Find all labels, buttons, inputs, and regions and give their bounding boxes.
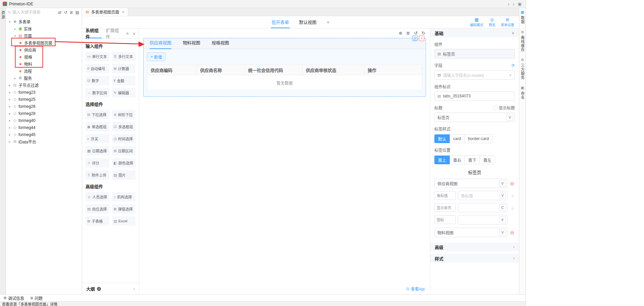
section-basic[interactable]: 基础 ∨ <box>430 29 519 37</box>
right-rail-item[interactable]: ▣命名 <box>520 86 525 99</box>
expand-arrow-icon[interactable]: ▸ <box>8 133 11 136</box>
tree-item[interactable]: ▸◇formeg23 <box>6 89 82 96</box>
form-settings-button[interactable]: ⊞表单设置 <box>501 17 514 27</box>
expand-arrow-icon[interactable]: ▸ <box>13 27 17 31</box>
tree-item[interactable]: ▾⊕多表单 <box>6 18 82 25</box>
component-id-input[interactable]: ▤ tabs_35164073 <box>434 91 515 101</box>
sub-field-input[interactable]: ⚲ <box>458 215 507 224</box>
palette-item[interactable]: ☆评分 <box>86 158 109 168</box>
palette-item[interactable]: ▥Excel <box>112 216 136 226</box>
palette-item[interactable]: ▤岗位选择 <box>86 204 109 214</box>
tree-item[interactable]: 物料 <box>6 60 82 68</box>
document-tab[interactable]: ▤ 多表单视图页面 × <box>82 8 128 16</box>
tree-item[interactable]: ▸⊡子节点过滤 <box>6 82 82 89</box>
tab-position-option[interactable]: 靠左 <box>480 156 495 164</box>
outline-section[interactable]: 大纲 i › <box>82 283 139 294</box>
preview-button[interactable]: ◎预览 <box>489 17 495 27</box>
debug-info-item[interactable]: ⚙ 调试信息 <box>3 295 24 301</box>
palette-item[interactable]: ⊟下拉选择 <box>86 110 109 119</box>
variable-button[interactable]: V <box>506 114 513 121</box>
tree-item[interactable]: ▸⚙服务 <box>6 75 82 82</box>
add-view-tab-button[interactable]: + <box>326 16 330 28</box>
expand-arrow-icon[interactable]: ▸ <box>8 112 11 115</box>
tree-item[interactable]: 多表单视图页面 <box>6 39 82 46</box>
redo-icon[interactable]: ↻ <box>422 31 425 36</box>
expand-arrow-icon[interactable]: ▾ <box>8 20 11 24</box>
expand-arrow-icon[interactable]: ▸ <box>13 77 17 80</box>
palette-item[interactable]: ◷时间选择 <box>112 134 136 143</box>
form-view-tab[interactable]: 默认视图 <box>299 16 317 28</box>
variable-button[interactable]: V <box>499 180 506 187</box>
design-canvas[interactable]: ⊕≣↺↻ 回 × 供应商视图物料视图规格视图 + 新增 <box>139 29 430 294</box>
palette-item[interactable]: ⌂机构选择 <box>112 192 136 202</box>
refresh-icon[interactable]: ⟳ <box>512 63 515 68</box>
link-icon[interactable]: ⊕ <box>398 31 402 36</box>
palette-tab[interactable]: 系统组件 <box>86 29 102 38</box>
expand-arrow-icon[interactable]: ▾ <box>13 34 17 38</box>
tree-item[interactable]: ▸⊟IData平台 <box>6 138 82 145</box>
suffix-button[interactable]: V <box>499 192 506 199</box>
view-api-link[interactable]: ⊙ 查看Api <box>406 286 425 292</box>
tab-position-option[interactable]: 靠上 <box>434 156 450 164</box>
component-tab[interactable]: 供应商视图 <box>150 39 171 49</box>
tab-position-option[interactable]: 靠下 <box>465 156 480 164</box>
remove-tab-icon[interactable]: ⊖ <box>509 230 515 235</box>
section-advanced[interactable]: 高级 › <box>430 243 519 251</box>
palette-item[interactable]: ◧颜色选择 <box>112 158 136 168</box>
move-down-icon[interactable]: ↓ <box>509 205 515 210</box>
panel-toggle-icon[interactable]: ▣ <box>518 2 522 6</box>
sub-field-label[interactable]: 角标值 <box>434 191 456 200</box>
tree-item[interactable]: ▸◇formeg28 <box>6 110 82 117</box>
tab-position-option[interactable]: 靠右 <box>449 156 465 164</box>
tabs-component[interactable]: 回 × 供应商视图物料视图规格视图 + 新增 供应商编码供应商名称统一 <box>143 38 426 97</box>
form-view-tab[interactable]: 低开表单 <box>271 16 290 28</box>
tab-name-input[interactable]: 物料视图V <box>434 228 507 237</box>
expand-arrow-icon[interactable]: ▸ <box>8 91 11 94</box>
palette-item[interactable]: ✎编辑器 <box>112 88 136 97</box>
sub-field-label[interactable]: 显示条件 <box>434 203 456 212</box>
problems-item[interactable]: ≣ 问题 <box>30 295 43 301</box>
collapse-list-icon[interactable]: ≣ <box>70 10 73 15</box>
sub-field-input[interactable]: 角标值V <box>458 191 507 200</box>
close-tab-icon[interactable]: × <box>122 9 124 14</box>
tree-item[interactable]: ▸◇formeg40 <box>6 117 82 124</box>
expand-arrow-icon[interactable]: ▸ <box>8 119 11 122</box>
undo-icon[interactable]: ↺ <box>414 31 418 36</box>
expand-arrow-icon[interactable]: ▸ <box>8 84 11 87</box>
field-select[interactable]: ▤ 请输入字段名(v-model) ∨ <box>434 70 515 80</box>
section-style[interactable]: 样式 › <box>430 254 519 263</box>
palette-item[interactable]: ◐开关 <box>86 134 109 143</box>
palette-item[interactable]: ⊞日期区间 <box>112 146 136 156</box>
history-icon[interactable]: ↺ <box>64 10 67 15</box>
palette-item[interactable]: ☺人员选择 <box>86 192 109 202</box>
palette-item[interactable]: ▭单行文本 <box>86 52 109 61</box>
palette-item[interactable]: ☑多选框组 <box>112 122 136 131</box>
search-button[interactable]: ⚲ <box>499 216 506 223</box>
library-icon[interactable]: ▤ <box>75 10 79 15</box>
palette-item[interactable]: ⊞计数器 <box>112 64 136 73</box>
tree-item[interactable]: ▸◇formeg26 <box>6 103 82 110</box>
tree-item[interactable]: ▾▤页面 <box>6 32 82 39</box>
palette-item[interactable]: ¥金额 <box>112 76 136 85</box>
palette-item[interactable]: ⇔数字区间 <box>86 88 109 97</box>
tree-item[interactable]: ▸◇formeg45 <box>6 131 82 138</box>
tree-item[interactable]: ▸◇formeg44 <box>6 124 82 131</box>
expand-arrow-icon[interactable]: ▸ <box>8 98 11 101</box>
palette-item[interactable]: ⋔树形下拉 <box>112 110 136 119</box>
palette-item[interactable]: ☰多行文本 <box>112 52 136 61</box>
add-row-button[interactable]: + 新增 <box>147 52 166 61</box>
sync-icon[interactable]: ⇄ <box>58 10 61 15</box>
sub-field-label[interactable]: 图标 <box>434 215 456 224</box>
copy-component-button[interactable]: 回 <box>412 36 418 41</box>
sub-field-input[interactable]: C <box>458 203 507 212</box>
palette-item[interactable]: ⇧附件上传 <box>86 170 109 180</box>
palette-item[interactable]: ▨图片 <box>112 170 136 180</box>
tree-item[interactable]: ▸◇formeg25 <box>6 96 82 103</box>
title-input[interactable]: 标签页 V <box>434 113 515 122</box>
palette-item[interactable]: #自动编号 <box>86 64 109 73</box>
delete-component-button[interactable]: × <box>419 36 424 41</box>
nav-forward-icon[interactable]: › <box>513 2 515 6</box>
palette-item[interactable]: ⊡数字 <box>86 76 109 85</box>
suffix-button[interactable]: C <box>499 204 506 211</box>
tree-item[interactable]: ▸▣实体 <box>6 25 82 32</box>
